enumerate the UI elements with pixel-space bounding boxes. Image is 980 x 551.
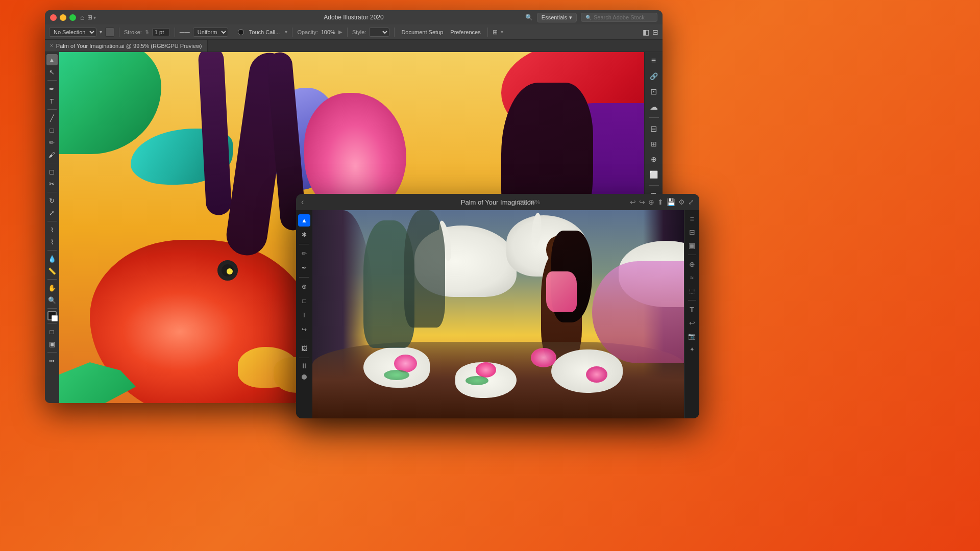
mobile-zoom-level: 209.36% bbox=[518, 199, 540, 205]
mobile-pause-btn[interactable]: ⏸ bbox=[300, 361, 309, 370]
maximize-button[interactable] bbox=[69, 14, 76, 21]
drawing-modes[interactable]: □ bbox=[46, 326, 58, 337]
selection-dropdown[interactable]: No Selection bbox=[49, 28, 96, 37]
mobile-rect-tool[interactable]: □ bbox=[298, 295, 310, 307]
mobile-undo-btn[interactable]: ↩ bbox=[630, 198, 636, 206]
mobile-type-tool[interactable]: T bbox=[298, 309, 310, 321]
measure-tool[interactable]: 📏 bbox=[46, 265, 58, 277]
mobile-save-btn[interactable]: 💾 bbox=[667, 198, 675, 206]
mobile-layers-btn[interactable]: ≡ bbox=[687, 213, 698, 224]
close-button[interactable] bbox=[50, 14, 57, 21]
cc-libraries-btn[interactable]: ☁ bbox=[647, 100, 660, 113]
stroke-input[interactable] bbox=[152, 28, 170, 36]
line-tool[interactable]: ╱ bbox=[46, 112, 58, 123]
mobile-back-button[interactable]: ‹ bbox=[301, 197, 304, 207]
opacity-value: 100% bbox=[321, 29, 335, 35]
asset-export-btn[interactable]: ⬜ bbox=[647, 168, 660, 181]
arrange-chevron[interactable]: ▾ bbox=[501, 29, 503, 35]
tool-sep-1 bbox=[47, 80, 57, 81]
scale-tool[interactable]: ⤢ bbox=[46, 207, 58, 218]
tab-close-btn[interactable]: × bbox=[50, 43, 53, 48]
eyedropper-tool[interactable]: 💧 bbox=[46, 253, 58, 264]
color-swatch[interactable] bbox=[238, 29, 244, 35]
arrange-icons[interactable]: ⊞ bbox=[493, 29, 498, 36]
mobile-redo-btn[interactable]: ↪ bbox=[639, 198, 645, 206]
mobile-settings-btn[interactable]: ⚙ bbox=[678, 198, 685, 206]
mobile-share-btn[interactable]: ⬆ bbox=[657, 198, 664, 206]
mobile-panel-sep-2 bbox=[688, 300, 696, 300]
pathfinder-panel-btn[interactable]: ⊕ bbox=[647, 153, 660, 166]
mobile-action-btn[interactable]: ↩ bbox=[687, 317, 698, 329]
home-icon[interactable]: ⌂ bbox=[80, 13, 84, 21]
mobile-select-tool[interactable]: ▲ bbox=[298, 214, 310, 227]
more-tools[interactable]: ••• bbox=[46, 355, 58, 366]
lotus-3 bbox=[531, 348, 556, 367]
mobile-image-trace-btn[interactable]: ⬚ bbox=[687, 285, 698, 296]
direct-select-tool[interactable]: ↖ bbox=[46, 66, 58, 78]
search-stock-box[interactable]: 🔍 Search Adobe Stock bbox=[581, 13, 657, 22]
select-tool[interactable]: ▲ bbox=[46, 54, 58, 65]
mobile-transform-btn[interactable]: ⊕ bbox=[687, 259, 698, 270]
apps-chevron[interactable]: ▾ bbox=[93, 15, 96, 20]
stroke-arrows[interactable]: ⇅ bbox=[145, 29, 149, 35]
mobile-assets-btn[interactable]: ▣ bbox=[687, 240, 698, 251]
touch-chevron[interactable]: ▾ bbox=[285, 29, 287, 35]
mobile-fill-tool[interactable]: ⊕ bbox=[298, 281, 310, 293]
mobile-type-style-btn[interactable]: T bbox=[687, 304, 698, 315]
stroke-line: —— bbox=[180, 29, 190, 35]
dropdown-arrow[interactable]: ▾ bbox=[100, 29, 102, 35]
properties-panel-btn[interactable]: ⊡ bbox=[647, 85, 660, 98]
zoom-tool[interactable]: 🔍 bbox=[46, 294, 58, 306]
scissors-tool[interactable]: ✂ bbox=[46, 178, 58, 189]
opacity-expand[interactable]: ▶ bbox=[338, 29, 342, 35]
apps-icon[interactable]: ⊞ bbox=[87, 14, 92, 21]
window-title: Adobe Illustrator 2020 bbox=[324, 14, 383, 21]
mobile-appearance-btn[interactable]: ⊟ bbox=[687, 227, 698, 238]
transform-panel-btn[interactable]: ⊞ bbox=[647, 137, 660, 151]
mobile-distribute-btn[interactable]: ≈ bbox=[687, 272, 698, 283]
rect-tool[interactable]: □ bbox=[46, 124, 58, 136]
align-panel-btn[interactable]: ⊟ bbox=[647, 122, 660, 135]
mobile-image-tool[interactable]: 🖼 bbox=[298, 342, 310, 355]
mobile-add-btn[interactable]: ⊕ bbox=[648, 198, 654, 206]
screen-modes[interactable]: ▣ bbox=[46, 338, 58, 349]
mobile-fullscreen-btn[interactable]: ⤢ bbox=[688, 198, 694, 206]
preferences-btn[interactable]: Preferences bbox=[448, 28, 482, 36]
blob-brush-tool[interactable]: 🖌 bbox=[46, 149, 58, 160]
document-setup-btn[interactable]: Document Setup bbox=[399, 28, 445, 36]
width-tool[interactable]: ⌇ bbox=[46, 236, 58, 247]
paint-brush-tool[interactable]: ✏ bbox=[46, 137, 58, 148]
eraser-tool[interactable]: ◻ bbox=[46, 166, 58, 177]
pen-tool[interactable]: ✒ bbox=[46, 83, 58, 94]
links-panel-btn[interactable]: 🔗 bbox=[647, 69, 660, 83]
uniform-dropdown[interactable]: Uniform bbox=[193, 28, 228, 37]
mobile-multitouch-tool[interactable]: ✱ bbox=[298, 229, 310, 241]
search-icon: 🔍 bbox=[525, 14, 533, 21]
document-tab[interactable]: × Palm of Your Imagination.ai @ 99.5% (R… bbox=[45, 40, 208, 52]
mobile-tool-sep-3 bbox=[299, 339, 309, 339]
mobile-ink-tool[interactable]: ✒ bbox=[298, 262, 310, 274]
essentials-button[interactable]: Essentials ▾ bbox=[537, 13, 577, 22]
touch-calligraphy[interactable]: Touch Call... bbox=[247, 28, 282, 36]
rotate-tool[interactable]: ↻ bbox=[46, 195, 58, 206]
toolbar-divider-7 bbox=[487, 28, 488, 37]
fill-stroke-swatch[interactable] bbox=[47, 311, 57, 320]
hand-tool[interactable]: ✋ bbox=[46, 282, 58, 293]
mobile-record-btn[interactable] bbox=[302, 374, 307, 380]
minimize-button[interactable] bbox=[60, 14, 66, 21]
mobile-puppet-btn[interactable]: ✦ bbox=[687, 344, 698, 355]
fill-swatch[interactable] bbox=[105, 28, 114, 37]
panel-toggle-left[interactable]: ◧ bbox=[643, 28, 649, 36]
mobile-tool-sep-2 bbox=[299, 277, 309, 278]
warp-tool[interactable]: ⌇ bbox=[46, 224, 58, 235]
mobile-pencil-tool[interactable]: ✏ bbox=[298, 247, 310, 260]
layers-panel-btn[interactable]: ≡ bbox=[647, 54, 660, 67]
panel-toggle-right[interactable]: ⊟ bbox=[652, 28, 658, 36]
type-tool[interactable]: T bbox=[46, 95, 58, 107]
mobile-camera-btn[interactable]: 📷 bbox=[687, 331, 698, 342]
style-dropdown[interactable] bbox=[369, 28, 389, 37]
toolbar-divider-3 bbox=[233, 28, 233, 37]
pink-cloud-right bbox=[592, 261, 684, 363]
mobile-tool-sep-1 bbox=[299, 244, 309, 244]
mobile-rotate-tool[interactable]: ↪ bbox=[298, 323, 310, 336]
